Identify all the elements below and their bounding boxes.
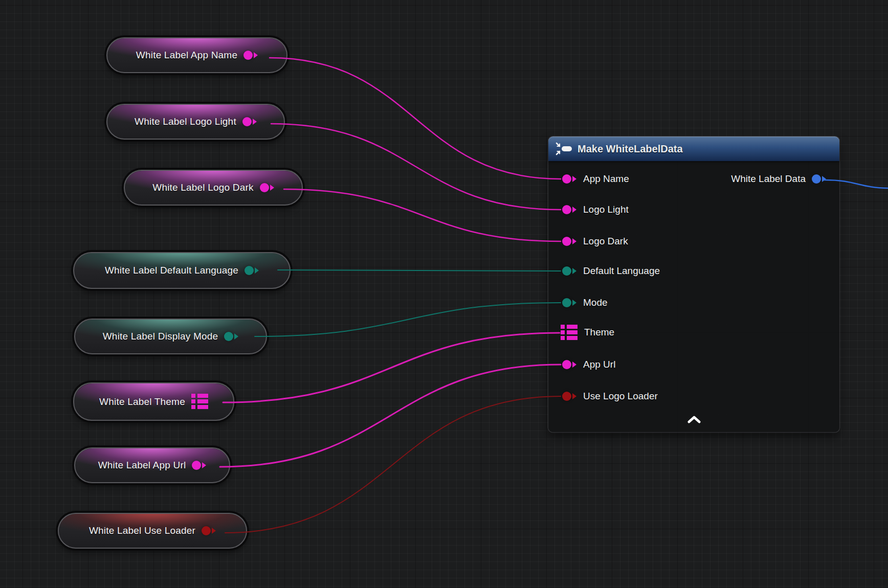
input-pin-string[interactable] [562, 237, 576, 246]
wire-white-label-app-name[interactable] [270, 58, 561, 179]
pin-label: App Url [583, 359, 615, 370]
pin-label: App Name [583, 173, 629, 185]
node-label: White Label Theme [99, 396, 185, 408]
output-pin-enum[interactable] [245, 266, 259, 275]
node-get-white-label-logo-light[interactable]: White Label Logo Light [106, 104, 285, 140]
input-pin-string[interactable] [562, 174, 576, 184]
output-pin-struct[interactable] [812, 174, 826, 184]
node-label: White Label Use Loader [89, 525, 195, 536]
node-label: White Label Logo Dark [152, 182, 253, 193]
node-get-white-label-app-name[interactable]: White Label App Name [106, 37, 287, 73]
wire-white-label-display-mode[interactable] [255, 303, 561, 336]
node-get-white-label-app-url[interactable]: White Label App Url [74, 447, 230, 483]
input-pin-string[interactable] [562, 360, 576, 369]
input-row-app-url[interactable]: App Url [562, 357, 615, 372]
pin-label: Default Language [583, 265, 660, 277]
output-pin-enum[interactable] [224, 332, 238, 341]
collapse-chevron-icon[interactable] [687, 416, 701, 423]
input-row-app-name[interactable]: App Name [562, 172, 629, 186]
node-label: White Label Default Language [105, 265, 238, 276]
output-pin-string[interactable] [192, 461, 206, 470]
node-get-white-label-display-mode[interactable]: White Label Display Mode [74, 319, 267, 354]
input-row-logo-dark[interactable]: Logo Dark [562, 234, 628, 248]
output-pin-struct-icon[interactable] [191, 394, 208, 410]
wire-white-label-app-url[interactable] [220, 365, 561, 467]
node-label: White Label App Name [136, 50, 237, 61]
pin-label: Logo Light [583, 204, 629, 215]
wire-white-label-default-language[interactable] [278, 270, 561, 271]
node-get-white-label-logo-dark[interactable]: White Label Logo Dark [124, 170, 303, 206]
input-row-use-logo-loader[interactable]: Use Logo Loader [562, 389, 658, 403]
input-row-mode[interactable]: Mode [562, 296, 608, 310]
input-pin-enum[interactable] [562, 266, 576, 276]
wire-white-label-theme[interactable] [223, 333, 560, 402]
input-row-theme[interactable]: Theme [561, 325, 614, 340]
wire-white-label-logo-dark[interactable] [284, 189, 561, 241]
input-pin-struct-icon[interactable] [561, 325, 578, 341]
wire-white-label-logo-light[interactable] [271, 124, 561, 210]
input-pin-enum[interactable] [562, 298, 576, 307]
node-header[interactable]: Make WhiteLabelData [548, 137, 839, 161]
output-row-white-label-data[interactable]: White Label Data [731, 172, 826, 186]
node-label: White Label Logo Light [135, 116, 236, 127]
output-pin-string[interactable] [242, 117, 257, 126]
node-make-whitelabeldata[interactable]: Make WhiteLabelData App Name Logo Light … [548, 137, 839, 432]
pin-label: Use Logo Loader [583, 391, 658, 402]
output-pin-string[interactable] [260, 183, 274, 192]
make-struct-icon [555, 141, 572, 156]
input-row-default-language[interactable]: Default Language [562, 264, 660, 278]
pin-label: Logo Dark [583, 236, 628, 247]
node-label: White Label App Url [98, 460, 186, 471]
node-label: White Label Display Mode [103, 331, 218, 342]
node-get-white-label-use-loader[interactable]: White Label Use Loader [58, 513, 247, 549]
input-pin-bool[interactable] [562, 392, 576, 401]
output-pin-string[interactable] [243, 51, 258, 60]
wire-white-label-use-loader[interactable] [225, 396, 561, 533]
node-get-white-label-default-language[interactable]: White Label Default Language [73, 252, 291, 289]
node-get-white-label-theme[interactable]: White Label Theme [73, 382, 234, 421]
pin-label: Mode [583, 297, 608, 308]
input-pin-string[interactable] [562, 205, 576, 214]
pin-label: White Label Data [731, 173, 806, 185]
input-row-logo-light[interactable]: Logo Light [562, 202, 629, 217]
node-title: Make WhiteLabelData [578, 143, 683, 155]
blueprint-graph-canvas[interactable]: White Label App Name White Label Logo Li… [0, 0, 888, 588]
output-pin-bool[interactable] [202, 526, 216, 535]
pin-label: Theme [584, 327, 614, 338]
